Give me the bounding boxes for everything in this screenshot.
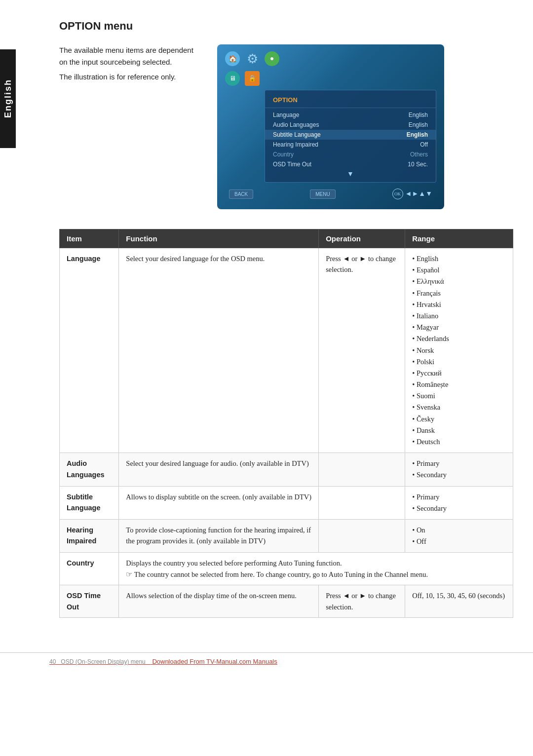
tv-screen: 🏠 ⚙ ● 🖥 🔒 OPTION Language English — [217, 44, 444, 209]
tv-option-row-subtitle: Subtitle Language English — [265, 130, 436, 140]
tv-nav-controls: OK ◄►▲▼ — [392, 189, 432, 199]
footer: 40 OSD (On-Screen Display) menu Download… — [0, 652, 533, 670]
tv-opt-label-audio: Audio Languages — [273, 121, 319, 128]
table-row-osd: OSD TimeOut Allows selection of the disp… — [60, 585, 513, 618]
tv-back-button[interactable]: BACK — [229, 189, 253, 199]
tv-icon-circle: ● — [265, 51, 279, 66]
item-osd: OSD TimeOut — [60, 585, 119, 618]
tv-opt-value-country: Others — [410, 151, 428, 158]
operation-language: Press ◄ or ► to change selection. — [319, 248, 405, 453]
range-subtitle: • Primary • Secondary — [405, 486, 513, 519]
table-row-subtitle: SubtitleLanguage Allows to display subti… — [60, 486, 513, 519]
table-row-audio: AudioLanguages Select your desired langu… — [60, 453, 513, 486]
col-header-function: Function — [119, 229, 319, 248]
operation-osd: Press ◄ or ► to change selection. — [319, 585, 405, 618]
footer-link[interactable]: Downloaded From TV-Manual.com Manuals — [152, 658, 277, 665]
col-header-item: Item — [60, 229, 119, 248]
top-section: The available menu items are dependent o… — [59, 44, 513, 209]
tv-bottom-bar: BACK MENU OK ◄►▲▼ — [225, 189, 436, 199]
footer-page-num: 40 OSD (On-Screen Display) menu — [49, 658, 151, 665]
tv-opt-value-hearing: Off — [420, 141, 428, 148]
intro-text: The available menu items are dependent o… — [59, 44, 197, 83]
page-title: OPTION menu — [59, 20, 513, 33]
tv-opt-value-audio: English — [409, 121, 428, 128]
col-header-operation: Operation — [319, 229, 405, 248]
side-tab-label: English — [3, 79, 13, 118]
tv-opt-value-language: English — [409, 112, 428, 118]
main-content: OPTION menu The available menu items are… — [30, 0, 533, 652]
tv-option-row-country: Country Others — [265, 150, 436, 159]
tv-icon-monitor: 🖥 — [225, 71, 240, 86]
tv-mockup: 🏠 ⚙ ● 🖥 🔒 OPTION Language English — [217, 44, 444, 209]
function-country: Displays the country you selected before… — [119, 553, 513, 585]
range-audio: • Primary • Secondary — [405, 453, 513, 486]
tv-opt-label-language: Language — [273, 112, 299, 118]
item-hearing: HearingImpaired — [60, 519, 119, 552]
tv-opt-value-subtitle: English — [407, 131, 428, 138]
tv-icon-gear: ⚙ — [245, 51, 260, 66]
tv-menu-button[interactable]: MENU — [310, 189, 335, 199]
tv-ok-button[interactable]: OK — [392, 189, 403, 199]
item-language: Language — [60, 248, 119, 453]
option-panel: OPTION Language English Audio Languages … — [265, 90, 436, 183]
item-subtitle: SubtitleLanguage — [60, 486, 119, 519]
function-hearing: To provide close-captioning function for… — [119, 519, 319, 552]
range-language: • English • Español • Ελληνικά • Françai… — [405, 248, 513, 453]
function-audio: Select your desired language for audio. … — [119, 453, 319, 486]
function-subtitle: Allows to display subtitle on the screen… — [119, 486, 319, 519]
tv-icons-top: 🏠 ⚙ ● — [225, 51, 436, 66]
tv-nav-arrows: ◄►▲▼ — [405, 190, 432, 198]
data-table: Item Function Operation Range Language S… — [59, 229, 513, 618]
operation-hearing — [319, 519, 405, 552]
operation-audio — [319, 453, 405, 486]
function-language: Select your desired language for the OSD… — [119, 248, 319, 453]
tv-option-row-osd: OSD Time Out 10 Sec. — [265, 159, 436, 169]
table-row-language: Language Select your desired language fo… — [60, 248, 513, 453]
table-row-hearing: HearingImpaired To provide close-caption… — [60, 519, 513, 552]
intro-line-1: The available menu items are dependent o… — [59, 44, 197, 68]
intro-line-2: The illustration is for reference only. — [59, 71, 197, 83]
tv-option-row-audio: Audio Languages English — [265, 120, 436, 130]
item-audio: AudioLanguages — [60, 453, 119, 486]
range-osd: Off, 10, 15, 30, 45, 60 (seconds) — [405, 585, 513, 618]
tv-icon-lock: 🔒 — [245, 71, 260, 86]
tv-option-row-hearing: Hearing Impaired Off — [265, 140, 436, 150]
tv-icon-home: 🏠 — [225, 51, 240, 66]
tv-opt-label-osd: OSD Time Out — [273, 161, 311, 168]
operation-subtitle — [319, 486, 405, 519]
col-header-range: Range — [405, 229, 513, 248]
table-row-country: Country Displays the country you selecte… — [60, 553, 513, 585]
tv-option-row-language: Language English — [265, 110, 436, 120]
range-hearing: • On • Off — [405, 519, 513, 552]
side-tab: English — [0, 49, 16, 148]
item-country: Country — [60, 553, 119, 585]
option-panel-title: OPTION — [265, 94, 436, 108]
tv-opt-label-country: Country — [273, 151, 294, 158]
tv-opt-value-osd: 10 Sec. — [408, 161, 428, 168]
scroll-down-arrow: ▼ — [265, 170, 436, 178]
tv-opt-label-hearing: Hearing Impaired — [273, 141, 318, 148]
function-osd: Allows selection of the display time of … — [119, 585, 319, 618]
tv-opt-label-subtitle: Subtitle Language — [273, 131, 321, 138]
